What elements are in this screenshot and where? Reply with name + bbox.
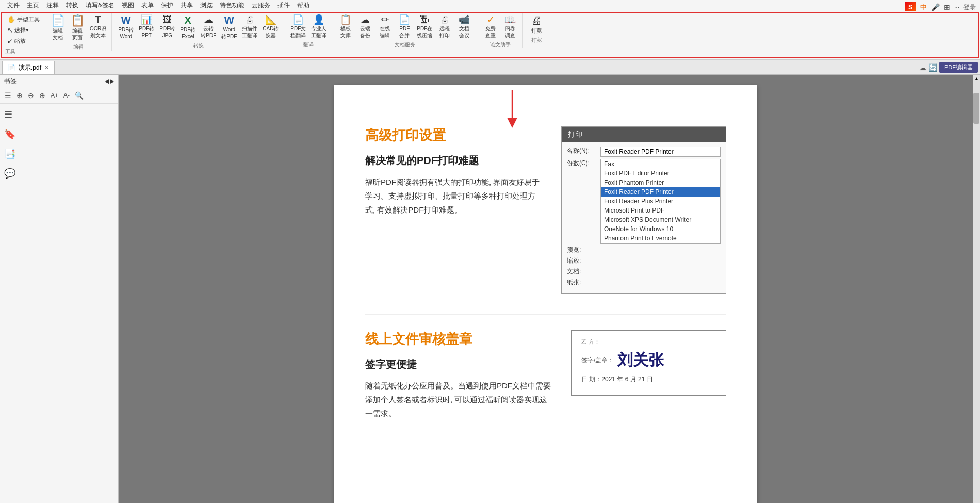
menu-item-form[interactable]: 表单 xyxy=(138,0,157,11)
cloud-backup-btn[interactable]: ☁ 云端备份 xyxy=(356,13,374,40)
scrollbar-thumb[interactable] xyxy=(973,93,979,124)
bm-tool-6[interactable]: A- xyxy=(62,91,71,100)
side-icon-layers[interactable]: 📑 xyxy=(2,146,116,161)
pdf-editor-button[interactable]: PDF编辑器 xyxy=(939,62,978,73)
sig-party: 乙 方： xyxy=(581,338,716,346)
print-paper-label: 纸张: xyxy=(567,278,600,287)
left-panel: 书签 ◀ ▶ ☰ ⊕ ⊖ ⊕ A+ A- 🔍 ☰ 🔖 📑 💬 xyxy=(0,75,119,503)
sync-tab-icon[interactable]: 🔄 xyxy=(928,63,937,72)
cloud-tab-icon[interactable]: ☁ xyxy=(919,63,926,72)
menu-item-plugin[interactable]: 插件 xyxy=(274,0,293,11)
zoom-tool-btn[interactable]: ↙ 缩放 xyxy=(5,36,42,46)
print-name-row: 名称(N): Foxit Reader PDF Printer xyxy=(567,147,721,157)
menu-item-cloud[interactable]: 云服务 xyxy=(249,0,273,11)
tools-group: ✋ 手型工具 ↖ 选择▾ ↙ 缩放 工具 xyxy=(3,13,44,56)
tab-close-btn[interactable]: ✕ xyxy=(44,64,49,71)
menu-item-protect[interactable]: 保护 xyxy=(158,0,176,11)
bm-tool-7[interactable]: 🔍 xyxy=(73,90,85,101)
paper-group: ✓ 免费查重 📖 阅卷调查 论文助手 xyxy=(478,13,523,48)
hand-icon: ✋ xyxy=(7,15,15,23)
remote-print-btn[interactable]: 🖨 远程打印 xyxy=(435,13,454,40)
scan-btn[interactable]: 🖨 扫描件工翻译 xyxy=(240,13,259,40)
side-icon-comments[interactable]: 💬 xyxy=(2,166,116,181)
menu-item-home[interactable]: 主页 xyxy=(24,0,42,11)
pdf-to-jpg-btn[interactable]: 🖼 PDF转JPG xyxy=(157,13,177,40)
sig-name-value: 刘关张 xyxy=(617,350,664,371)
pdf-icon-tab: 📄 xyxy=(8,64,15,71)
menu-item-view[interactable]: 视图 xyxy=(119,0,137,11)
cad-icon: 📐 xyxy=(265,15,276,24)
print-zoom-label: 缩放: xyxy=(567,256,600,265)
pdf-content-area: 高级打印设置 解决常见的PDF打印难题 福昕PDF阅读器拥有强大的打印功能, 界… xyxy=(119,75,973,503)
hand-tool-btn[interactable]: ✋ 手型工具 xyxy=(5,14,42,24)
expert-translate-btn[interactable]: 👤 专业人工翻译 xyxy=(309,13,329,40)
cloud-backup-icon: ☁ xyxy=(361,15,370,24)
print-wide-icon: 🖨 xyxy=(531,15,542,26)
bm-tool-1[interactable]: ☰ xyxy=(3,90,13,101)
pdf-to-excel-btn[interactable]: X PDF转Excel xyxy=(178,13,198,41)
bm-tool-3[interactable]: ⊖ xyxy=(26,90,36,101)
word-to-pdf-btn[interactable]: W Word转PDF xyxy=(219,13,239,41)
bm-tool-4[interactable]: ⊕ xyxy=(38,90,47,101)
sig-name-row: 签字/盖章： 刘关张 xyxy=(581,350,716,371)
right-scrollbar[interactable]: ▲ ▼ xyxy=(973,75,980,503)
print-wide-label: 打宽 xyxy=(531,37,542,44)
bookmarks-nav: ◀ ▶ xyxy=(105,78,114,85)
section1-body: 福昕PDF阅读器拥有强大的打印功能, 界面友好易于学习。支持虚拟打印、批量打印等… xyxy=(365,175,541,217)
tab-demo-pdf[interactable]: 📄 演示.pdf ✕ xyxy=(2,61,55,74)
mic-icon[interactable]: 🎤 xyxy=(931,3,940,11)
word-icon: W xyxy=(121,15,131,25)
scan-icon: 🖨 xyxy=(245,15,254,24)
convert-group: W PDF转Word 📊 PDF转PPT 🖼 PDF转JPG X PDF转Exc… xyxy=(113,13,284,50)
template-icon: 📋 xyxy=(340,15,351,24)
printer-foxit-reader: Foxit Reader PDF Printer xyxy=(601,187,720,197)
select-icon: ↖ xyxy=(7,26,13,34)
pdf-to-word-btn[interactable]: W PDF转Word xyxy=(116,13,136,41)
pdf-translate-btn[interactable]: 📄 PDF文档翻译 xyxy=(288,13,308,40)
scroll-up-btn[interactable]: ▲ xyxy=(973,75,980,83)
menu-item-browse[interactable]: 浏览 xyxy=(197,0,216,11)
print-wide-btn[interactable]: 🖨 打宽 xyxy=(527,13,546,36)
section2-row: 线上文件审核盖章 签字更便捷 随着无纸化办公应用普及。当遇到使用PDF文档中需要… xyxy=(365,330,726,436)
grid-icon[interactable]: ⊞ xyxy=(944,3,950,11)
scroll-down-btn[interactable]: ▼ xyxy=(973,500,980,503)
pdf-to-ppt-btn[interactable]: 📊 PDF转PPT xyxy=(137,13,156,40)
bm-tool-5[interactable]: A+ xyxy=(49,91,60,100)
select-tool-btn[interactable]: ↖ 选择▾ xyxy=(5,25,42,35)
menu-item-comment[interactable]: 注释 xyxy=(43,0,62,11)
login-label[interactable]: 登录 xyxy=(963,3,976,12)
free-check-btn[interactable]: ✓ 免费查重 xyxy=(481,13,500,40)
ocr-btn[interactable]: T OCR识别文本 xyxy=(88,13,108,40)
online-edit-btn[interactable]: ✏ 在线编辑 xyxy=(375,13,394,40)
menu-item-sign[interactable]: 填写&签名 xyxy=(83,0,118,11)
print-preview-label: 预览: xyxy=(567,246,600,254)
more-icon[interactable]: ··· xyxy=(954,4,959,11)
print-dialog-widget: 打印 名称(N): Foxit Reader PDF Printer 份数(C)… xyxy=(561,126,726,294)
menu-item-help[interactable]: 帮助 xyxy=(294,0,313,11)
cloud-to-pdf-btn[interactable]: ☁ 云转转PDF xyxy=(199,13,218,40)
bm-tool-2[interactable]: ⊕ xyxy=(15,90,24,101)
menu-item-convert[interactable]: 转换 xyxy=(63,0,81,11)
section2-title: 线上文件审核盖章 xyxy=(365,330,551,348)
print-paper-row: 纸张: xyxy=(567,278,721,287)
side-icon-pages[interactable]: ☰ xyxy=(2,107,116,122)
conference-btn[interactable]: 📹 文档会议 xyxy=(455,13,473,40)
pdf-compress-btn[interactable]: 🗜 PDF在线压缩 xyxy=(415,13,434,40)
edit-doc-btn[interactable]: 📄 编辑文档 xyxy=(48,13,67,42)
nav-next[interactable]: ▶ xyxy=(110,78,114,85)
convert-group-label: 转换 xyxy=(193,42,204,50)
tools-label: 工具 xyxy=(5,48,42,55)
edit-page-btn[interactable]: 📋 编辑页面 xyxy=(68,13,87,42)
menu-item-special[interactable]: 特色功能 xyxy=(217,0,248,11)
printer-onenote: OneNote for Windows 10 xyxy=(601,224,720,234)
pdf-merge-btn[interactable]: 📄 PDF合并 xyxy=(395,13,414,40)
template-btn[interactable]: 📋 模板文库 xyxy=(336,13,355,40)
side-icon-bookmark[interactable]: 🔖 xyxy=(2,126,116,142)
printer-evernote: Phantom Print to Evernote xyxy=(601,234,720,243)
menu-item-file[interactable]: 文件 xyxy=(4,0,23,11)
reading-survey-btn[interactable]: 📖 阅卷调查 xyxy=(501,13,519,40)
cad-btn[interactable]: 📐 CAD转换器 xyxy=(260,13,281,40)
menu-item-share[interactable]: 共享 xyxy=(177,0,196,11)
nav-prev[interactable]: ◀ xyxy=(105,78,109,85)
print-preview-row: 预览: xyxy=(567,246,721,254)
